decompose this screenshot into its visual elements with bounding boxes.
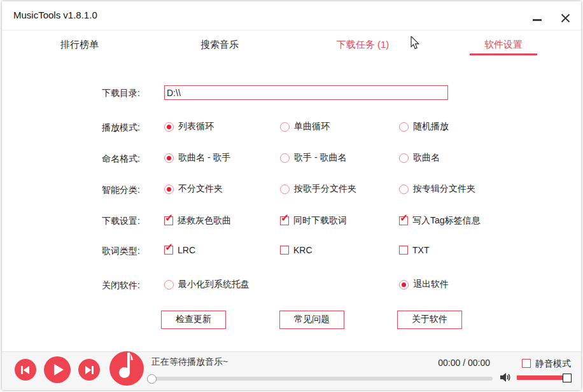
row-label: 智能分类: (102, 185, 140, 196)
checkbox-write-tag-info[interactable]: ✓ 写入Tag标签信息 (399, 215, 481, 227)
radio-icon (280, 185, 290, 194)
radio-folder-by-album[interactable]: 按专辑分文件夹 (399, 183, 475, 195)
close-button[interactable] (556, 9, 575, 27)
progress-slider-handle[interactable] (147, 374, 157, 384)
checkbox-download-lyrics[interactable]: ✓ 同时下载歌词 (280, 215, 347, 227)
radio-icon (164, 122, 174, 132)
check-mark-icon: ✓ (165, 213, 173, 223)
radio-song-artist[interactable]: 歌曲名 - 歌手 (164, 152, 230, 164)
checkbox-icon: ✓ (399, 216, 408, 225)
checkbox-icon: ✓ (399, 246, 408, 255)
download-dir-input[interactable] (164, 85, 448, 100)
previous-icon (21, 366, 30, 374)
app-logo (109, 351, 144, 388)
check-mark-icon: ✓ (400, 213, 408, 223)
tab-rankings[interactable]: 排行榜单 (41, 39, 118, 53)
minimize-button[interactable] (528, 9, 547, 27)
row-label: 下载设置: (102, 216, 140, 227)
row-label: 命名格式: (102, 153, 140, 165)
progress-slider[interactable] (151, 377, 493, 381)
play-button[interactable] (44, 356, 71, 383)
app-title: MusicTools v1.8.1.0 (13, 10, 97, 20)
minimize-icon (533, 19, 542, 21)
mute-checkbox[interactable] (522, 359, 531, 368)
speaker-icon[interactable] (500, 372, 511, 382)
check-update-button[interactable]: 检查更新 (161, 311, 226, 329)
row-label: 歌词类型: (102, 246, 140, 257)
radio-minimize-to-tray[interactable]: 最小化到系统托盘 (164, 279, 249, 290)
radio-icon (399, 153, 409, 163)
checkbox-krc[interactable]: ✓ KRC (280, 245, 313, 255)
time-display: 00:00 / 00:00 (414, 358, 490, 368)
radio-single-loop[interactable]: 单曲循环 (280, 121, 330, 132)
play-icon (54, 364, 64, 375)
radio-shuffle[interactable]: 随机播放 (399, 121, 449, 132)
about-button[interactable]: 关于软件 (397, 311, 462, 329)
app-window: MusicTools v1.8.1.0 排行榜单 搜索音乐 下载任务 (1) 软… (0, 0, 583, 392)
window-frame (2, 1, 581, 390)
mute-label: 静音模式 (535, 358, 571, 370)
radio-icon (164, 280, 174, 290)
faq-button[interactable]: 常见问题 (279, 311, 344, 329)
check-mark-icon: ✓ (165, 242, 173, 253)
radio-icon (280, 122, 290, 132)
volume-area (500, 372, 511, 385)
checkbox-icon: ✓ (280, 246, 289, 255)
checkbox-icon: ✓ (164, 246, 173, 255)
radio-artist-song[interactable]: 歌手 - 歌曲名 (280, 152, 346, 164)
radio-exit-app[interactable]: 退出软件 (399, 279, 449, 290)
tab-search-music[interactable]: 搜索音乐 (181, 39, 258, 53)
radio-icon (164, 185, 174, 194)
volume-slider-handle[interactable] (563, 374, 572, 382)
next-icon (85, 366, 94, 374)
radio-icon (399, 122, 409, 132)
next-track-button[interactable] (78, 359, 100, 381)
radio-icon (164, 153, 174, 163)
title-bar[interactable]: MusicTools v1.8.1.0 (2, 1, 581, 31)
tab-settings[interactable]: 软件设置 (465, 39, 542, 53)
check-mark-icon: ✓ (281, 213, 289, 223)
radio-icon (399, 185, 409, 194)
close-icon (561, 13, 570, 23)
radio-song-only[interactable]: 歌曲名 (399, 152, 440, 164)
row-label: 关闭软件: (102, 280, 140, 291)
active-tab-underline (470, 53, 537, 55)
download-dir-label: 下载目录: (102, 88, 140, 99)
row-label: 播放模式: (102, 122, 140, 134)
radio-icon (280, 153, 290, 163)
volume-slider[interactable] (517, 375, 566, 380)
checkbox-txt[interactable]: ✓ TXT (399, 245, 429, 255)
music-note-icon (109, 351, 144, 386)
player-status-text: 正在等待播放音乐~ (151, 356, 228, 368)
previous-track-button[interactable] (15, 359, 36, 381)
tab-download-tasks[interactable]: 下载任务 (1) (325, 39, 401, 53)
checkbox-lrc[interactable]: ✓ LRC (164, 245, 195, 255)
radio-list-loop[interactable]: 列表循环 (164, 121, 214, 132)
checkbox-icon: ✓ (164, 216, 173, 225)
radio-no-folder[interactable]: 不分文件夹 (164, 183, 223, 195)
radio-icon (399, 280, 409, 290)
checkbox-icon: ✓ (280, 216, 289, 225)
radio-folder-by-artist[interactable]: 按歌手分文件夹 (280, 183, 356, 195)
checkbox-rescue-gray-songs[interactable]: ✓ 拯救灰色歌曲 (164, 215, 231, 227)
